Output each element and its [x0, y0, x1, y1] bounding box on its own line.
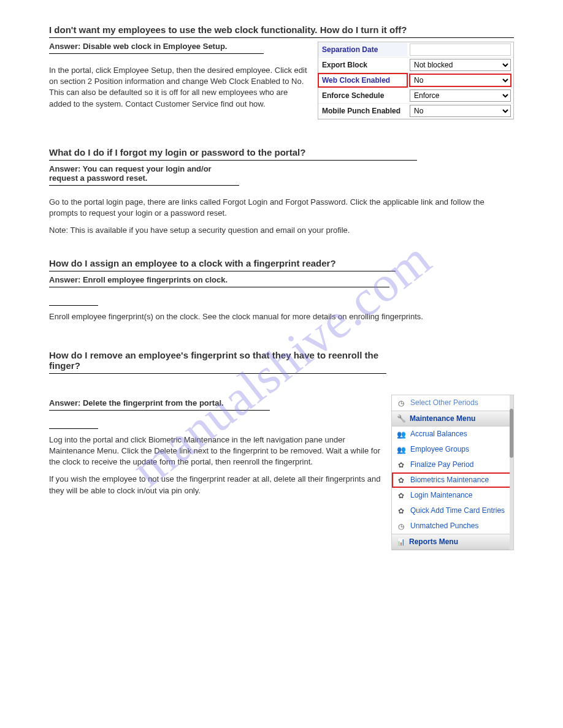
form-label: Enforce Schedule	[318, 89, 407, 102]
gear-icon: ✿	[397, 491, 405, 500]
sidebar-item-accrual-balances[interactable]: 👥 Accrual Balances	[392, 427, 513, 442]
web-clock-select[interactable]: No	[410, 74, 511, 86]
sidebar-item-label: Finalize Pay Period	[410, 460, 473, 469]
wrench-icon	[397, 414, 406, 423]
scrollbar[interactable]	[510, 395, 513, 550]
question-1: I don't want my employees to use the web…	[49, 25, 514, 38]
gear-icon: ✿	[397, 461, 405, 469]
qa-block-4: How do I remove an employee's fingerprin…	[49, 350, 514, 556]
sidebar-item-quick-add[interactable]: ✿ Quick Add Time Card Entries	[392, 503, 513, 518]
mobile-punch-select[interactable]: No	[410, 105, 511, 117]
answer-body-4	[49, 428, 98, 429]
section-title: Reports Menu	[409, 537, 458, 546]
scroll-thumb[interactable]	[510, 409, 513, 458]
maintenance-menu-header: Maintenance Menu	[392, 411, 513, 427]
answer-row-1: Answer: Disable web clock in Employee Se…	[49, 42, 264, 54]
clock-icon: ◷	[397, 399, 405, 408]
sidebar-item-label: Login Maintenance	[410, 491, 472, 499]
form-row-web-clock: Web Clock Enabled No	[318, 73, 513, 88]
qa-block-1: I don't want my employees to use the web…	[49, 25, 514, 126]
form-screenshot: Separation Date Export Block Not blocked…	[318, 42, 514, 119]
sidebar-item-label: Biometrics Maintenance	[410, 476, 489, 484]
form-row-enforce-schedule: Enforce Schedule Enforce	[318, 88, 513, 104]
answer-body-3b: Enroll employee fingerprint(s) on the cl…	[49, 311, 514, 322]
question-4: How do I remove an employee's fingerprin…	[49, 350, 386, 374]
sidebar-item-label: Employee Groups	[410, 445, 469, 453]
users-icon: 👥	[397, 446, 405, 454]
answer-label: Answer:	[49, 164, 80, 173]
form-row-separation-date: Separation Date	[318, 42, 513, 58]
answer-label: Answer:	[49, 275, 80, 284]
section-title: Maintenance Menu	[410, 414, 475, 423]
answer-label: Answer:	[49, 42, 80, 51]
answer-row-3: Answer: Enroll employee fingerprints on …	[49, 275, 389, 287]
answer-text: Enroll employee fingerprints on clock.	[83, 275, 228, 284]
form-row-export-block: Export Block Not blocked	[318, 58, 513, 73]
qa-block-3: How do I assign an employee to a clock w…	[49, 258, 514, 322]
answer-label: Answer:	[49, 398, 80, 408]
form-label: Web Clock Enabled	[318, 74, 407, 87]
gear-icon: ✿	[397, 476, 405, 485]
enforce-schedule-select[interactable]: Enforce	[410, 89, 511, 102]
answer-text: Disable web clock in Employee Setup.	[83, 42, 228, 51]
sidebar-item-label: Unmatched Punches	[410, 521, 478, 530]
sidebar-item-label: Select Other Periods	[410, 398, 478, 407]
answer-row-2: Answer: You can request your login and/o…	[49, 164, 239, 186]
answer-body-3	[49, 305, 98, 306]
paragraph-note: Note: This is available if you have setu…	[49, 225, 514, 236]
answer-body-2: Go to the portal login page, there are l…	[49, 197, 514, 237]
export-block-select[interactable]: Not blocked	[410, 59, 511, 71]
question-2: What do I do if I forgot my login or pas…	[49, 147, 417, 161]
form-label: Export Block	[318, 58, 407, 72]
paragraph: Enroll employee fingerprint(s) on the cl…	[49, 311, 514, 322]
sidebar-item-finalize-pay-period[interactable]: ✿ Finalize Pay Period	[392, 457, 513, 472]
separation-date-field[interactable]	[410, 44, 511, 56]
maintenance-menu-screenshot: ◷ Select Other Periods Maintenance Menu …	[391, 395, 514, 550]
sidebar-item-label: Accrual Balances	[410, 430, 467, 438]
form-label: Mobile Punch Enabled	[318, 104, 407, 118]
sidebar-item-select-other-periods[interactable]: ◷ Select Other Periods	[392, 395, 513, 411]
sidebar-item-unmatched-punches[interactable]: ◷ Unmatched Punches	[392, 518, 513, 534]
answer-text: Delete the fingerprint from the portal.	[83, 398, 224, 408]
sidebar-item-login-maintenance[interactable]: ✿ Login Maintenance	[392, 488, 513, 503]
paragraph: Go to the portal login page, there are l…	[49, 197, 514, 219]
form-label: Separation Date	[318, 43, 407, 56]
sidebar-item-biometrics-maintenance[interactable]: ✿ Biometrics Maintenance	[392, 472, 513, 488]
clock-icon: ◷	[397, 522, 405, 531]
answer-row-4: Answer: Delete the fingerprint from the …	[49, 398, 270, 411]
bars-icon	[397, 537, 405, 546]
users-icon: 👥	[397, 430, 405, 439]
qa-block-2: What do I do if I forgot my login or pas…	[49, 147, 514, 237]
sidebar-item-label: Quick Add Time Card Entries	[410, 506, 505, 515]
sidebar-item-employee-groups[interactable]: 👥 Employee Groups	[392, 442, 513, 457]
reports-menu-header: Reports Menu	[392, 534, 513, 550]
question-3: How do I assign an employee to a clock w…	[49, 258, 396, 271]
gear-icon: ✿	[397, 507, 405, 515]
form-row-mobile-punch: Mobile Punch Enabled No	[318, 104, 513, 119]
